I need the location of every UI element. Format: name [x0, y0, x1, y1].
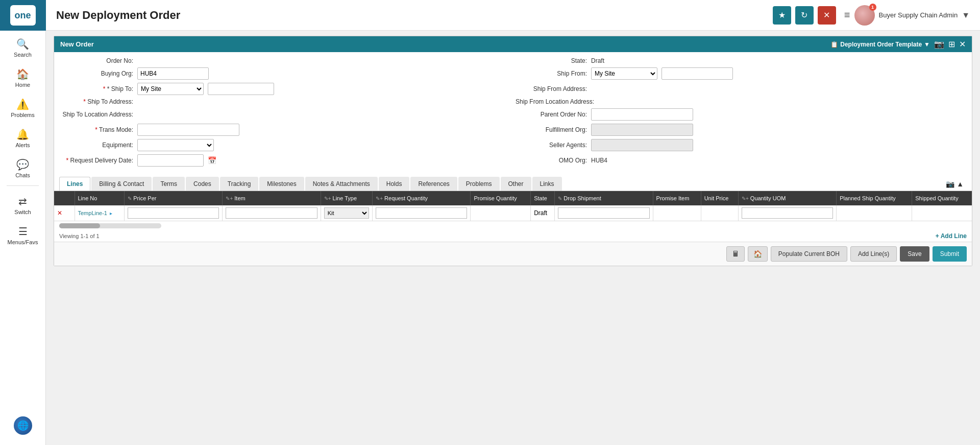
add-lines-button[interactable]: Add Line(s) [850, 246, 897, 262]
template-icon: 📋 [830, 41, 838, 48]
state-label: State: [516, 57, 587, 64]
sidebar-item-menus[interactable]: ☰ Menus/Favs [0, 220, 45, 250]
sidebar-divider [7, 185, 38, 186]
template-dropdown-icon: ▼ [924, 41, 930, 48]
ship-from-location-label: Ship From Location Address: [516, 98, 594, 105]
ship-from-address-label: Ship From Address: [516, 85, 587, 92]
sidebar-item-alerts[interactable]: 🔔 Alerts [0, 123, 45, 153]
template-label: Deployment Order Template [840, 41, 922, 48]
tab-notes[interactable]: Notes & Attachments [305, 177, 378, 191]
col-promise-qty: Promise Quantity [471, 191, 531, 205]
add-line-button[interactable]: + Add Line [936, 232, 967, 240]
submit-button[interactable]: Submit [933, 246, 967, 262]
drop-shipment-input[interactable] [558, 207, 649, 219]
sidebar-label-chats: Chats [15, 172, 30, 178]
delete-row-button[interactable]: ✕ [57, 209, 62, 217]
quantity-uom-input[interactable] [742, 207, 833, 219]
form-row-7: Equipment: Seller Agents: [62, 139, 964, 151]
sidebar-item-search[interactable]: 🔍 Search [0, 33, 45, 63]
tab-other[interactable]: Other [501, 177, 531, 191]
col-delete [54, 191, 75, 205]
parent-order-input[interactable] [591, 108, 693, 121]
tab-lines[interactable]: Lines [59, 177, 90, 191]
sidebar-item-chats[interactable]: 💬 Chats [0, 153, 45, 183]
sidebar-label-menus: Menus/Favs [8, 239, 38, 245]
populate-boh-button[interactable]: Populate Current BOH [771, 246, 847, 262]
grid-footer: Viewing 1-1 of 1 + Add Line [54, 230, 972, 242]
collapse-button[interactable]: ▲ [957, 180, 964, 188]
row-unit-price-cell [701, 205, 738, 221]
col-line-no: Line No [75, 191, 125, 205]
form-row-2: Buying Org: Ship From: My Site [62, 67, 964, 80]
app-logo[interactable]: one [0, 0, 46, 31]
user-dropdown-button[interactable]: ▼ [962, 11, 970, 20]
sidebar-item-home[interactable]: 🏠 Home [0, 63, 45, 93]
form-col-left-2: Buying Org: [62, 67, 510, 80]
ship-to-address-label: * Ship To Address: [62, 98, 133, 105]
ship-to-extra-input[interactable] [208, 83, 274, 95]
row-quantity-uom-cell [738, 205, 836, 221]
avatar-container: 1 [854, 5, 875, 26]
tab-problems[interactable]: Problems [458, 177, 500, 191]
col-promise-item: Promise Item [653, 191, 701, 205]
item-input[interactable] [226, 207, 317, 219]
price-per-input[interactable] [128, 207, 219, 219]
buying-org-input[interactable] [137, 67, 209, 80]
ship-to-location-label: Ship To Location Address: [62, 111, 133, 118]
tab-terms[interactable]: Terms [153, 177, 185, 191]
state-value: Draft [591, 57, 604, 64]
template-selector[interactable]: 📋 Deployment Order Template ▼ [830, 41, 930, 48]
form-col-right-3: Ship From Address: [516, 85, 964, 92]
request-qty-input[interactable] [376, 207, 467, 219]
ship-from-select[interactable]: My Site [591, 67, 657, 80]
trans-mode-label: * Trans Mode: [62, 126, 133, 133]
tab-billing[interactable]: Billing & Contact [91, 177, 152, 191]
screenshot-button[interactable]: 📷 [946, 180, 954, 188]
favorite-button[interactable]: ★ [773, 6, 791, 25]
sidebar-item-switch[interactable]: ⇄ Switch [0, 190, 45, 220]
menu-icon: ☰ [18, 225, 28, 238]
content-area: New Order 📋 Deployment Order Template ▼ … [46, 31, 980, 445]
ship-to-select[interactable]: My Site [137, 83, 204, 95]
seller-agents-input[interactable] [591, 139, 693, 151]
save-button[interactable]: Save [900, 246, 929, 262]
form-row-3: * * Ship To: My Site Ship From Address: [62, 83, 964, 95]
scroll-thumb[interactable] [59, 223, 100, 228]
form-col-left-3: * * Ship To: My Site [62, 83, 510, 95]
col-price-per: ✎Price Per [125, 191, 223, 205]
calculator-button[interactable]: 🖩 [726, 246, 745, 262]
switch-icon: ⇄ [18, 195, 27, 207]
username: Buyer Supply Chain Admin [879, 11, 958, 19]
panel-close-button[interactable]: ✕ [959, 39, 966, 49]
refresh-button[interactable]: ↻ [795, 6, 814, 25]
form-row-6: * Trans Mode: Fulfillment Org: [62, 124, 964, 136]
equipment-select[interactable] [137, 139, 214, 151]
scroll-track[interactable] [59, 223, 161, 228]
tab-codes[interactable]: Codes [186, 177, 219, 191]
tab-milestones[interactable]: Milestones [259, 177, 304, 191]
panel-icon-btn1[interactable]: 📷 [934, 39, 944, 49]
tab-tracking[interactable]: Tracking [220, 177, 259, 191]
tab-links[interactable]: Links [532, 177, 562, 191]
sidebar-item-user-avatar[interactable]: 🌐 [14, 411, 32, 440]
close-button[interactable]: ✕ [818, 6, 836, 25]
home-action-button[interactable]: 🏠 [748, 246, 768, 262]
bell-icon: 🔔 [16, 128, 29, 140]
ship-from-extra-input[interactable] [662, 67, 733, 80]
panel-icon-btn2[interactable]: ⊞ [948, 39, 955, 49]
sidebar-item-problems[interactable]: ⚠️ Problems [0, 93, 45, 123]
line-type-select[interactable]: Kit Standard [324, 207, 370, 219]
form-col-right-5: Parent Order No: [516, 108, 964, 121]
line-marker: ▸ [110, 210, 112, 216]
row-promise-qty-cell [471, 205, 531, 221]
seller-agents-label: Seller Agents: [516, 142, 587, 149]
menu-button[interactable]: ≡ [844, 9, 850, 21]
line-no-link[interactable]: TempLine-1 [78, 210, 107, 216]
trans-mode-input[interactable] [137, 124, 239, 136]
calendar-button[interactable]: 📅 [208, 156, 216, 165]
request-delivery-input[interactable] [137, 154, 204, 167]
horizontal-scrollbar[interactable] [54, 221, 972, 230]
tab-references[interactable]: References [410, 177, 457, 191]
fulfillment-org-input[interactable] [591, 124, 693, 136]
tab-holds[interactable]: Holds [379, 177, 410, 191]
